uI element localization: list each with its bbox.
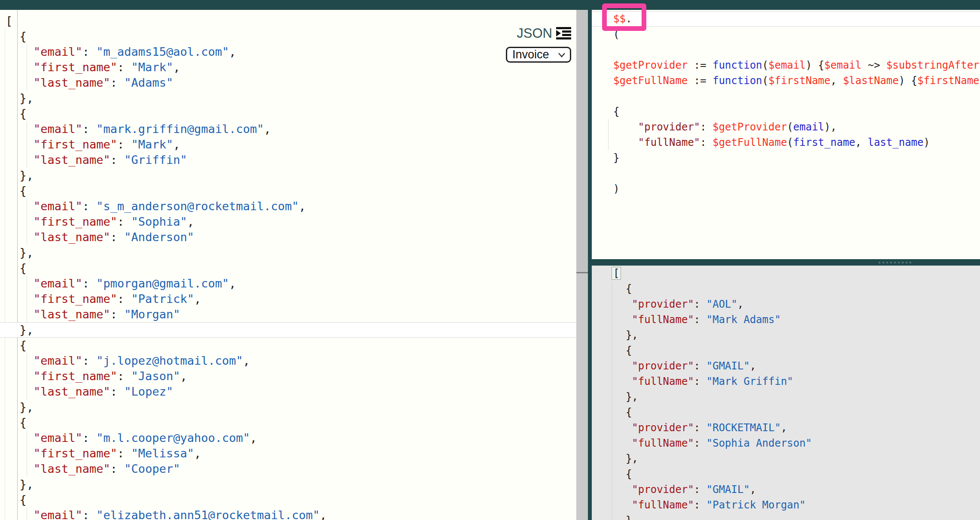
code-line: { [0,415,576,430]
code-line: "fullName": $getFullName(first_name, las… [592,135,980,150]
code-line: "first_name": "Jason", [0,369,576,384]
code-line: }, [0,322,576,338]
code-line: "email": "elizabeth.ann51@rocketmail.com… [0,508,576,520]
code-line: "last_name": "Morgan" [0,307,576,322]
code-line: { [0,260,576,276]
code-line: "fullName": "Mark Griffin" [592,374,980,389]
sample-select-value: Invoice [512,48,549,61]
code-line: "last_name": "Adams" [0,75,576,91]
code-line: }, [0,245,576,260]
code-line: { [592,343,980,358]
json-format-label: JSON [517,26,552,41]
code-line: { [0,29,576,44]
code-line [592,42,980,57]
code-line: { [0,492,576,508]
code-line: $$. [592,11,980,27]
code-line: { [592,281,980,296]
code-line: { [592,104,980,119]
annotation-highlight-box [602,3,646,31]
code-line: { [0,106,576,121]
code-line: "fullName": "Mark Adams" [592,312,980,327]
code-line: { [592,466,980,482]
code-line: "first_name": "Sophia", [0,214,576,230]
code-line: "fullName": "Patrick Morgan" [592,497,980,513]
code-line: }, [592,389,980,405]
code-line: $getFullName := function($firstName, $la… [592,73,980,88]
code-line: [ [0,13,576,29]
code-line: }, [592,451,980,466]
result-panel: [ { "provider": "AOL", "fullName": "Mark… [592,266,980,520]
code-line: "first_name": "Mark", [0,137,576,152]
code-line: "provider": "GMAIL", [592,358,980,374]
scrollbar-thumb[interactable] [576,10,588,273]
expression-code: $$.( $getProvider := function($email) {$… [592,11,980,197]
json-input-code: [ { "email": "m_adams15@aol.com", "first… [0,13,576,520]
code-line: "last_name": "Griffin" [0,152,576,168]
code-line: "email": "m_adams15@aol.com", [0,44,576,60]
code-line: "email": "s_m_anderson@rocketmail.com", [0,199,576,214]
chevron-down-icon [558,52,566,57]
result-code: [ { "provider": "AOL", "fullName": "Mark… [592,266,980,520]
code-line [592,88,980,104]
code-line: }, [0,168,576,183]
code-line: "provider": "ROCKETMAIL", [592,420,980,435]
code-line: }, [592,327,980,343]
code-line [592,166,980,181]
sample-select[interactable]: Invoice [506,47,571,63]
code-line: }, [0,399,576,415]
code-line: ( [592,27,980,42]
code-line: { [0,338,576,353]
code-line: { [592,405,980,420]
code-line: { [0,183,576,199]
format-json-icon[interactable] [556,27,571,40]
input-controls: JSON Invoice [506,26,571,63]
jsonata-expression-editor[interactable]: $$.( $getProvider := function($email) {$… [592,10,980,259]
code-line: "last_name": "Anderson" [0,230,576,245]
code-line: "first_name": "Patrick", [0,291,576,307]
code-line: $getProvider := function($email) {$email… [592,57,980,73]
code-line: "email": "mark.griffin@gmail.com", [0,121,576,137]
code-line: "last_name": "Lopez" [0,384,576,399]
code-line: "email": "m.l.cooper@yahoo.com", [0,430,576,446]
code-line: ) [592,181,980,197]
code-line: }, [0,477,576,492]
code-line: "last_name": "Cooper" [0,461,576,477]
top-bar [0,0,980,10]
code-line: "fullName": "Sophia Anderson" [592,435,980,451]
code-line: [ [592,266,980,281]
code-line: }, [0,91,576,106]
code-line: "first_name": "Mark", [0,60,576,75]
code-line: } [592,150,980,166]
indent-guide [612,281,612,520]
vertical-scrollbar[interactable] [576,10,588,520]
code-line: "provider": "GMAIL", [592,482,980,497]
horizontal-splitter[interactable] [588,259,980,266]
drag-dots-icon [879,262,911,263]
json-input-editor[interactable]: [ { "email": "m_adams15@aol.com", "first… [0,10,588,520]
code-line: "provider": "AOL", [592,296,980,312]
code-line: }, [592,513,980,520]
code-line: "provider": $getProvider(email), [592,119,980,135]
code-line: "first_name": "Melissa", [0,446,576,461]
code-line: "email": "j.lopez@hotmail.com", [0,353,576,369]
code-line: "email": "pmorgan@gmail.com", [0,276,576,291]
